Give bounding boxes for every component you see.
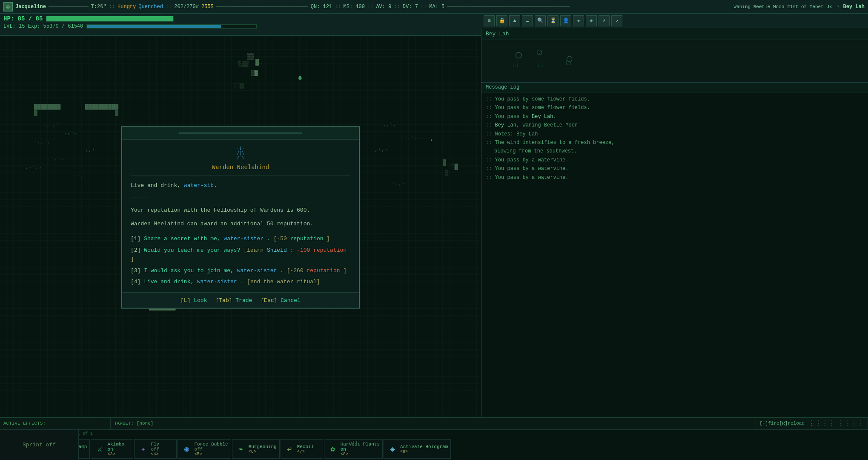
turn-stat: T:26" [91, 4, 106, 10]
msg-line: blowing from the southwest. [486, 147, 864, 155]
npc-preview: ◯ ◯ ◯ └┘ └┘ └┘ [481, 40, 868, 83]
ms-stat: MS: 100 [344, 4, 365, 10]
msg-line: :: Notes: Bey Lah [486, 130, 864, 138]
map-tile: ,,·,, [26, 164, 42, 170]
bottom-top-row: ACTIVE EFFECTS: TARGET: [none] [F] fire … [0, 418, 868, 430]
rep-text-2: Warden Neelahind can award an additional… [131, 220, 350, 229]
ability-recoil[interactable]: ↩ Recoil <7> [281, 439, 323, 459]
wall-tile: █ [34, 110, 37, 117]
icon-bar: ≡ 🔒 ▲ ▬ 🔍 ⏳ 👤 ★ ◈ ⚡ ↗ [481, 14, 868, 28]
msg-line: :: You pass by a watervine. [486, 164, 864, 173]
hp-bar [46, 16, 174, 22]
targets-label: TARGET: [none] [111, 418, 756, 429]
up-icon[interactable]: ▲ [509, 15, 520, 26]
wall-tile: █ [115, 110, 118, 117]
dialog-option-2[interactable]: [2] Would you teach me your ways? [learn… [131, 246, 350, 264]
map-tile: ,·,· [375, 147, 388, 153]
person-icon[interactable]: 👤 [560, 15, 571, 26]
bottom-abilities: ⚡ Sprint off <1> ⛺ Make Camp <2> ⚔ Akimb… [0, 438, 868, 460]
preview-shape5: └┘ [537, 63, 545, 71]
map-tile: ·,,·, [34, 138, 51, 144]
message-log: :: You pass by some flower fields. :: Yo… [481, 92, 868, 184]
waning-off-label: off [349, 440, 358, 446]
ability-akimbo[interactable]: ⚔ Akimbo on <3> [91, 439, 133, 459]
structure-tile: ▓ [443, 159, 446, 166]
active-effects-label: ACTIVE EFFECTS: [0, 418, 111, 429]
clock-icon[interactable]: ⏳ [547, 15, 559, 26]
exp-bar-fill [87, 25, 221, 28]
lightning-icon[interactable]: ⚡ [599, 15, 610, 26]
cancel-button[interactable]: [Esc] Cancel [261, 297, 301, 304]
menu-icon[interactable]: ≡ [484, 15, 495, 26]
force-bubble-icon: ◉ [180, 443, 192, 455]
lock-icon[interactable]: 🔒 [496, 15, 507, 26]
npc-name: Warden Neelahind [122, 164, 359, 176]
map-tile: ░░▒ [234, 83, 244, 89]
burgeoning-icon: ❧ [235, 443, 247, 455]
npc-sprite: ·Ï· /|\ / \ [237, 147, 244, 161]
exp-bar [86, 24, 257, 29]
av-stat: AV: 9 [376, 4, 391, 10]
ability-activate-hologram[interactable]: ◈ Activate Hologram <9> [384, 439, 451, 459]
bottom-bar: ACTIVE EFFECTS: TARGET: [none] [F] fire … [0, 417, 868, 460]
preview-shape1: ◯ [516, 49, 521, 61]
mp-stat: 202/270# [174, 4, 199, 10]
recoil-icon: ↩ [284, 443, 295, 455]
dv-stat: DV: 7 [403, 4, 418, 10]
dialog-divider-text: ----- [131, 193, 350, 202]
dialog-header: ════════════════════════════════════════… [122, 127, 359, 140]
right-section: Waning Beetle Moon 21st of Tebet Ux ⚬ Be… [734, 3, 865, 10]
gold-stat: 255$ [201, 4, 214, 10]
ma-stat: MA: 5 [429, 4, 444, 10]
rep-text-1: Your reputation with the Fellowship of W… [131, 206, 350, 215]
preview-shape2: ◯ [537, 46, 542, 57]
map-tile: ·,·, [51, 155, 64, 161]
game-area: ▒▒ ▓░ ░▒▒ ▒▓ ░░▒ ♣ ·,·,· ,,·, ·,,·, ,,· … [0, 36, 481, 417]
map-tile: ·,·,, [404, 134, 421, 140]
location-label: Bey Lah [481, 28, 868, 40]
map-tile: ·,,· [392, 181, 405, 187]
moon-text: Waning Beetle Moon 21st of Tebet Ux [734, 4, 832, 9]
fire-reload-label: [F] fire [R] reload ⋮⋮⋮⋮ ⋮⋮⋮⋮ [756, 418, 868, 429]
map-tile: ░▒▒ [238, 61, 248, 68]
qn-stat: QN: 121 [311, 4, 332, 10]
fly-icon: ✦ [137, 443, 149, 455]
dialog-option-1[interactable]: [1] Share a secret with me, water-sister… [131, 235, 350, 244]
diamond-icon[interactable]: ◈ [586, 15, 597, 26]
structure-tile: ▒ [445, 170, 448, 176]
star-icon[interactable]: ★ [573, 15, 584, 26]
akimbo-icon: ⚔ [94, 443, 106, 455]
tree-tile: ♣ [298, 74, 302, 82]
npc-sprite-area: ·Ï· /|\ / \ [122, 140, 359, 164]
name-divider [131, 176, 350, 176]
item-tile: • [430, 138, 433, 144]
right-player-name: Bey Lah [843, 4, 865, 10]
dialog-box: ════════════════════════════════════════… [121, 126, 360, 309]
map-tile: ·,·,· [43, 121, 59, 127]
harvest-plants-icon: ✿ [327, 443, 339, 455]
msg-log-label: Message log [481, 83, 868, 92]
look-button[interactable]: [L] Look [180, 297, 207, 304]
dialog-option-3[interactable]: [3] I would ask you to join me, water-si… [131, 266, 350, 275]
dialog-footer: [L] Look [Tab] Trade [Esc] Cancel [122, 293, 359, 308]
block-icon[interactable]: ▬ [522, 15, 533, 26]
dialog-greeting: Live and drink, water-sib. [131, 181, 350, 190]
map-tile: ▒▓ [251, 70, 258, 76]
ability-fly[interactable]: ✦ Fly off <4> [134, 439, 177, 459]
msg-line: :: You pass by Bey Lah. [486, 112, 864, 121]
arrow-icon[interactable]: ↗ [611, 15, 622, 26]
player-name: Jacqueline [15, 4, 46, 10]
ability-force-bubble[interactable]: ◉ Force Bubble off <5> [178, 439, 231, 459]
map-tile: ,,·, [383, 121, 396, 127]
map-tile: ,,·, [64, 129, 77, 136]
preview-shape4: └┘ [511, 63, 519, 71]
msg-line: :: Bey Lah, Waning Beetle Moon [486, 121, 864, 129]
sprint-off-label: Sprint off [23, 442, 56, 448]
trade-button[interactable]: [Tab] Trade [215, 297, 252, 304]
search-icon[interactable]: 🔍 [535, 15, 546, 26]
right-panel: Bey Lah ◯ ◯ ◯ └┘ └┘ └┘ Message log :: Yo… [481, 28, 868, 417]
ability-burgeoning[interactable]: ❧ Burgeoning <6> [232, 439, 280, 459]
dialog-option-4[interactable]: [4] Live and drink, water-sister . [end … [131, 278, 350, 287]
msg-line: :: You pass by a watervine. [486, 156, 864, 164]
msg-line: :: You pass by some flower fields. [486, 95, 864, 104]
